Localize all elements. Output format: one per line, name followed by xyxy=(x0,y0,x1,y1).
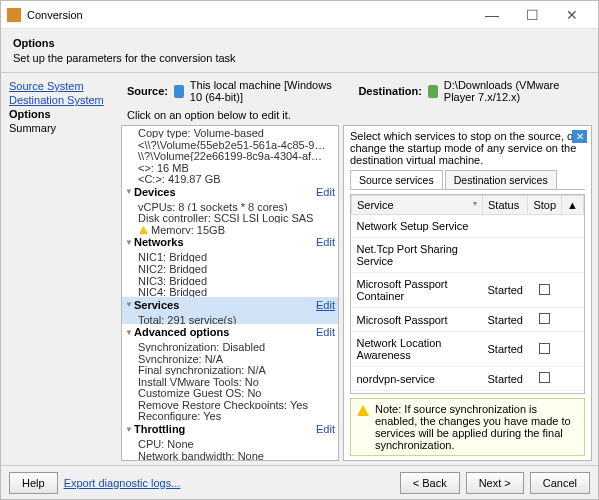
tree-item[interactable]: Disk controller: SCSI LSI Logic SAS xyxy=(122,211,338,223)
tree-item[interactable]: Copy type: Volume-based xyxy=(122,126,338,138)
edit-link[interactable]: Edit xyxy=(316,326,335,338)
source-label: Source: xyxy=(127,85,168,97)
cell-service: Microsoft Passport Container xyxy=(352,273,483,308)
app-icon xyxy=(7,8,21,22)
window-title: Conversion xyxy=(27,9,472,21)
source-dest-bar: Source: This local machine [Windows 10 (… xyxy=(121,77,592,107)
tree-item[interactable]: <C:>: 419.87 GB xyxy=(122,172,338,184)
checkbox[interactable] xyxy=(539,343,550,354)
edit-link[interactable]: Edit xyxy=(316,236,335,248)
tree-item[interactable]: NIC1: Bridged xyxy=(122,250,338,262)
vmware-icon xyxy=(428,85,438,98)
table-row[interactable]: Microsoft Passport ContainerStarted xyxy=(352,273,584,308)
cell-status xyxy=(483,238,528,273)
tree-item[interactable]: Memory: 15GB xyxy=(122,223,338,235)
tree-item[interactable]: NIC2: Bridged xyxy=(122,262,338,274)
service-tabs: Source servicesDestination services xyxy=(350,170,585,190)
next-button[interactable]: Next > xyxy=(466,472,524,494)
tree-section-throttling[interactable]: ▼ThrottlingEdit xyxy=(122,421,338,437)
destination-value: D:\Downloads (VMware Player 7.x/12.x) xyxy=(444,79,592,103)
tab-source-services[interactable]: Source services xyxy=(350,170,443,189)
wizard-steps: Source SystemDestination SystemOptionsSu… xyxy=(1,73,119,465)
checkbox[interactable] xyxy=(539,372,550,383)
options-tree[interactable]: Copy type: Volume-based<\\?\Volume{55eb2… xyxy=(121,125,339,461)
cell-stop[interactable] xyxy=(528,215,562,238)
tree-item[interactable]: Customize Guest OS: No xyxy=(122,386,338,398)
tree-item[interactable]: Remove Restore Checkpoints: Yes xyxy=(122,398,338,410)
edit-link[interactable]: Edit xyxy=(316,186,335,198)
tab-destination-services[interactable]: Destination services xyxy=(445,170,557,189)
tree-item[interactable]: vCPUs: 8 (1 sockets * 8 cores) xyxy=(122,200,338,212)
table-row[interactable]: Network Location AwarenessStarted xyxy=(352,332,584,367)
help-button[interactable]: Help xyxy=(9,472,58,494)
cell-service: nordvpn-service xyxy=(352,367,483,391)
tree-item[interactable]: Reconfigure: Yes xyxy=(122,409,338,421)
cell-stop[interactable] xyxy=(528,332,562,367)
edit-link[interactable]: Edit xyxy=(316,299,335,311)
cell-stop[interactable] xyxy=(528,238,562,273)
table-row[interactable]: Microsoft PassportStarted xyxy=(352,308,584,332)
checkbox[interactable] xyxy=(539,284,550,295)
tree-section-advanced-options[interactable]: ▼Advanced optionsEdit xyxy=(122,324,338,340)
tree-item[interactable]: Synchronization: Disabled xyxy=(122,340,338,352)
cell-status: Started xyxy=(483,273,528,308)
tree-item[interactable]: <>: 16 MB xyxy=(122,161,338,173)
tree-section-services[interactable]: ▼ServicesEdit xyxy=(122,297,338,313)
tree-item[interactable]: Install VMware Tools: No xyxy=(122,375,338,387)
maximize-button[interactable]: ☐ xyxy=(512,7,552,23)
page-subtitle: Set up the parameters for the conversion… xyxy=(13,52,586,64)
cell-stop[interactable] xyxy=(528,308,562,332)
wizard-step-options: Options xyxy=(9,107,111,121)
cell-stop[interactable] xyxy=(528,391,562,395)
minimize-button[interactable]: — xyxy=(472,7,512,23)
wizard-footer: Help Export diagnostic logs... < Back Ne… xyxy=(1,465,598,499)
twisty-icon: ▼ xyxy=(125,238,134,247)
tree-item[interactable]: NIC4: Bridged xyxy=(122,285,338,297)
col-stop[interactable]: Stop xyxy=(528,196,562,215)
wizard-step-destination-system[interactable]: Destination System xyxy=(9,93,111,107)
wizard-step-summary: Summary xyxy=(9,121,111,135)
tree-item[interactable]: NIC3: Bridged xyxy=(122,274,338,286)
cell-status: Started xyxy=(483,332,528,367)
note-text: Note: If source synchronization is enabl… xyxy=(375,403,578,451)
cell-stop[interactable] xyxy=(528,273,562,308)
cancel-button[interactable]: Cancel xyxy=(530,472,590,494)
checkbox[interactable] xyxy=(539,313,550,324)
cell-stop[interactable] xyxy=(528,367,562,391)
edit-link[interactable]: Edit xyxy=(316,423,335,435)
back-button[interactable]: < Back xyxy=(400,472,460,494)
table-row[interactable]: Network Store Interface ServiceStarted xyxy=(352,391,584,395)
cell-status xyxy=(483,215,528,238)
twisty-icon: ▼ xyxy=(125,187,134,196)
sync-note: Note: If source synchronization is enabl… xyxy=(350,398,585,456)
col-service[interactable]: Service▾ xyxy=(352,196,483,215)
table-row[interactable]: Net.Tcp Port Sharing Service xyxy=(352,238,584,273)
tree-item[interactable]: Synchronize: N/A xyxy=(122,352,338,364)
close-button[interactable]: ✕ xyxy=(552,7,592,23)
table-row[interactable]: Network Setup Service xyxy=(352,215,584,238)
services-panel: Select which services to stop on the sou… xyxy=(343,125,592,461)
cell-service: Network Store Interface Service xyxy=(352,391,483,395)
twisty-icon: ▼ xyxy=(125,425,134,434)
computer-icon xyxy=(174,85,184,98)
col-status[interactable]: Status xyxy=(483,196,528,215)
wizard-step-source-system[interactable]: Source System xyxy=(9,79,111,93)
tree-item[interactable]: CPU: None xyxy=(122,437,338,449)
cell-status: Started xyxy=(483,367,528,391)
warning-icon xyxy=(138,226,149,235)
titlebar: Conversion — ☐ ✕ xyxy=(1,1,598,29)
scroll-up-icon[interactable]: ▲ xyxy=(562,196,584,215)
sort-icon[interactable]: ▾ xyxy=(473,199,477,208)
tree-section-networks[interactable]: ▼NetworksEdit xyxy=(122,234,338,250)
tree-item[interactable]: <\\?\Volume{55eb2e51-561a-4c85-9… xyxy=(122,138,338,150)
tree-item[interactable]: Network bandwidth: None xyxy=(122,449,338,461)
cell-service: Network Setup Service xyxy=(352,215,483,238)
tree-item[interactable]: \\?\Volume{22e66199-8c9a-4304-af… xyxy=(122,149,338,161)
tree-item[interactable]: Total: 291 service(s) xyxy=(122,313,338,325)
export-logs-link[interactable]: Export diagnostic logs... xyxy=(64,477,181,489)
table-row[interactable]: nordvpn-serviceStarted xyxy=(352,367,584,391)
services-table-wrap[interactable]: Service▾StatusStop▲ Network Setup Servic… xyxy=(350,194,585,394)
tree-section-devices[interactable]: ▼DevicesEdit xyxy=(122,184,338,200)
panel-close-icon[interactable]: ✕ xyxy=(572,130,587,143)
tree-item[interactable]: Final synchronization: N/A xyxy=(122,363,338,375)
